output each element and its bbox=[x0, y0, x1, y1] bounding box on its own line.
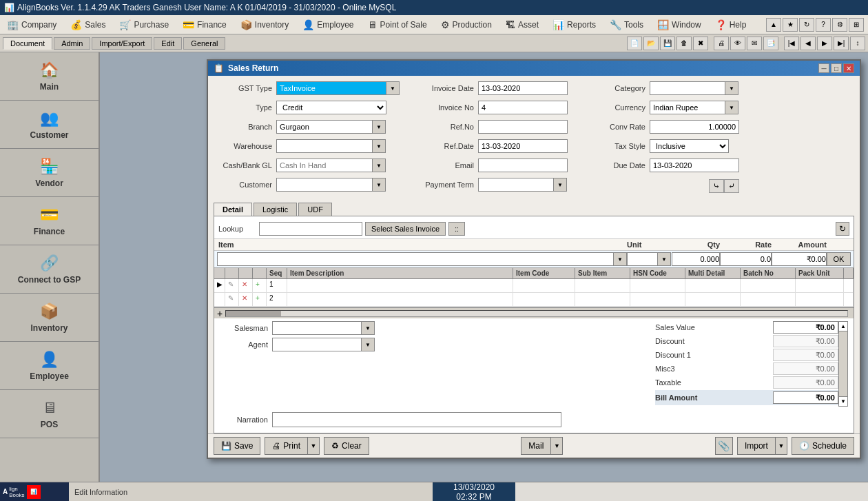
ref-date-input[interactable] bbox=[478, 139, 568, 153]
add-row-btn[interactable]: + bbox=[217, 308, 223, 319]
email-input[interactable] bbox=[478, 159, 568, 172]
qty-entry-input[interactable] bbox=[672, 252, 720, 266]
item-entry-dropdown[interactable]: ▼ bbox=[613, 252, 627, 266]
discount1-input[interactable] bbox=[773, 349, 838, 361]
discount-input[interactable] bbox=[773, 335, 838, 347]
copy-back-btn[interactable]: ⤶ bbox=[724, 179, 739, 193]
tax-style-select[interactable]: Inclusive Exclusive bbox=[650, 139, 729, 153]
sidebar-item-pos[interactable]: 🖥 POS bbox=[0, 390, 99, 438]
menu-sales[interactable]: 💰 Sales bbox=[63, 17, 112, 33]
salesman-dropdown[interactable]: ▼ bbox=[361, 321, 375, 335]
payment-term-input[interactable] bbox=[478, 178, 554, 192]
save-btn[interactable]: 💾 Save bbox=[214, 437, 260, 455]
warehouse-dropdown[interactable]: ▼ bbox=[372, 139, 386, 153]
import-dropdown-arrow[interactable]: ▼ bbox=[775, 437, 787, 455]
menu-window[interactable]: 🪟 Window bbox=[650, 17, 708, 33]
tab-admin[interactable]: Admin bbox=[54, 37, 90, 50]
menu-purchase[interactable]: 🛒 Purchase bbox=[112, 17, 176, 33]
summary-scroll-up[interactable]: ▲ bbox=[839, 322, 847, 331]
nav-settings-btn[interactable]: ⚙ bbox=[832, 18, 847, 32]
menu-production[interactable]: ⚙ Production bbox=[434, 17, 499, 33]
tb-pdf-btn[interactable]: 📑 bbox=[763, 37, 778, 50]
warehouse-input[interactable] bbox=[276, 139, 373, 153]
clear-btn[interactable]: ♻ Clear bbox=[324, 437, 369, 455]
tb-email-btn[interactable]: ✉ bbox=[747, 37, 762, 50]
tab-edit[interactable]: Edit bbox=[154, 37, 182, 50]
item-entry-input[interactable] bbox=[217, 252, 614, 266]
customer-input[interactable] bbox=[276, 178, 373, 192]
menu-finance[interactable]: 💳 Finance bbox=[176, 17, 234, 33]
tb-cancel-btn[interactable]: ✖ bbox=[693, 37, 708, 50]
tb-del-btn[interactable]: 🗑 bbox=[676, 37, 692, 50]
select-sales-invoice-btn[interactable]: Select Sales Invoice bbox=[365, 222, 446, 236]
nav-refresh-btn[interactable]: ↻ bbox=[799, 18, 814, 32]
tab-udf[interactable]: UDF bbox=[298, 203, 332, 216]
branch-dropdown[interactable]: ▼ bbox=[372, 120, 386, 134]
import-btn[interactable]: Import bbox=[737, 437, 775, 455]
agent-input[interactable] bbox=[272, 338, 362, 351]
menu-tools[interactable]: 🔧 Tools bbox=[603, 17, 650, 33]
mail-dropdown-arrow[interactable]: ▼ bbox=[550, 437, 563, 455]
status-edit-info[interactable]: Edit Information bbox=[69, 488, 433, 496]
gr1-edit-btn[interactable]: ✎ bbox=[225, 279, 239, 292]
modal-minimize-btn[interactable]: ─ bbox=[818, 63, 829, 73]
salesman-input[interactable] bbox=[272, 321, 362, 335]
currency-dropdown[interactable]: ▼ bbox=[725, 101, 738, 114]
ok-btn[interactable]: OK bbox=[827, 252, 851, 266]
lookup-refresh-btn[interactable]: ↻ bbox=[836, 222, 849, 236]
modal-maximize-btn[interactable]: □ bbox=[831, 63, 842, 73]
invoice-no-input[interactable] bbox=[478, 101, 568, 114]
nav-help-btn[interactable]: ? bbox=[816, 18, 831, 32]
menu-employee[interactable]: 👤 Employee bbox=[296, 17, 360, 33]
menu-pos[interactable]: 🖥 Point of Sale bbox=[361, 17, 434, 33]
tb-sync-btn[interactable]: ↕ bbox=[850, 37, 865, 50]
narration-input[interactable] bbox=[272, 412, 561, 427]
conv-rate-input[interactable] bbox=[650, 120, 739, 134]
gr2-edit-btn[interactable]: ✎ bbox=[225, 293, 239, 306]
ref-no-input[interactable] bbox=[478, 120, 568, 134]
invoice-date-input[interactable] bbox=[478, 81, 568, 95]
agent-dropdown[interactable]: ▼ bbox=[361, 338, 375, 351]
h-scrollbar[interactable] bbox=[225, 310, 848, 317]
tab-document[interactable]: Document bbox=[3, 37, 52, 50]
tb-open-btn[interactable]: 📂 bbox=[643, 37, 659, 50]
gr2-add-btn[interactable]: + bbox=[253, 293, 267, 306]
attach-btn[interactable]: 📎 bbox=[715, 437, 733, 455]
tab-logistic[interactable]: Logistic bbox=[254, 203, 297, 216]
lookup-dots-btn[interactable]: :: bbox=[448, 222, 465, 236]
menu-reports[interactable]: 📊 Reports bbox=[546, 17, 603, 33]
modal-close-btn[interactable]: ✕ bbox=[843, 63, 854, 73]
tab-general[interactable]: General bbox=[183, 37, 225, 50]
unit-entry-dropdown[interactable]: ▼ bbox=[657, 252, 671, 266]
sidebar-item-inventory[interactable]: 📦 Inventory bbox=[0, 294, 99, 342]
sidebar-item-employee[interactable]: 👤 Employee bbox=[0, 342, 99, 390]
sidebar-item-gsp[interactable]: 🔗 Connect to GSP bbox=[0, 245, 99, 294]
branch-input[interactable] bbox=[276, 120, 373, 134]
summary-scroll-down[interactable]: ▼ bbox=[839, 396, 847, 406]
menu-help[interactable]: ❓ Help bbox=[708, 17, 754, 33]
schedule-btn[interactable]: 🕐 Schedule bbox=[792, 437, 854, 455]
category-input[interactable] bbox=[650, 81, 725, 95]
tab-detail[interactable]: Detail bbox=[214, 203, 252, 216]
tb-preview-btn[interactable]: 👁 bbox=[730, 37, 745, 50]
gst-type-dropdown[interactable]: ▼ bbox=[386, 81, 400, 95]
nav-up-btn[interactable]: ▲ bbox=[766, 18, 781, 32]
bill-amount-input[interactable] bbox=[773, 391, 838, 404]
nav-grid-btn[interactable]: ⊞ bbox=[849, 18, 864, 32]
unit-entry-input[interactable] bbox=[627, 252, 658, 266]
copy-forward-btn[interactable]: ⤷ bbox=[709, 179, 724, 193]
cash-bank-gl-dropdown[interactable]: ▼ bbox=[372, 159, 386, 172]
menu-asset[interactable]: 🏗 Asset bbox=[499, 17, 546, 33]
cash-bank-gl-input[interactable] bbox=[276, 159, 373, 172]
sales-value-input[interactable] bbox=[773, 321, 838, 334]
category-dropdown[interactable]: ▼ bbox=[725, 81, 738, 95]
tb-first-btn[interactable]: |◀ bbox=[784, 37, 799, 50]
gst-type-input[interactable] bbox=[276, 81, 386, 95]
tab-importexport[interactable]: Import/Export bbox=[92, 37, 152, 50]
print-dropdown-arrow[interactable]: ▼ bbox=[307, 437, 320, 455]
sidebar-item-vendor[interactable]: 🏪 Vendor bbox=[0, 149, 99, 197]
tb-print-btn[interactable]: 🖨 bbox=[714, 37, 729, 50]
tb-prev-btn[interactable]: ◀ bbox=[800, 37, 816, 50]
due-date-input[interactable] bbox=[650, 159, 739, 172]
amount-entry-input[interactable] bbox=[772, 252, 827, 266]
